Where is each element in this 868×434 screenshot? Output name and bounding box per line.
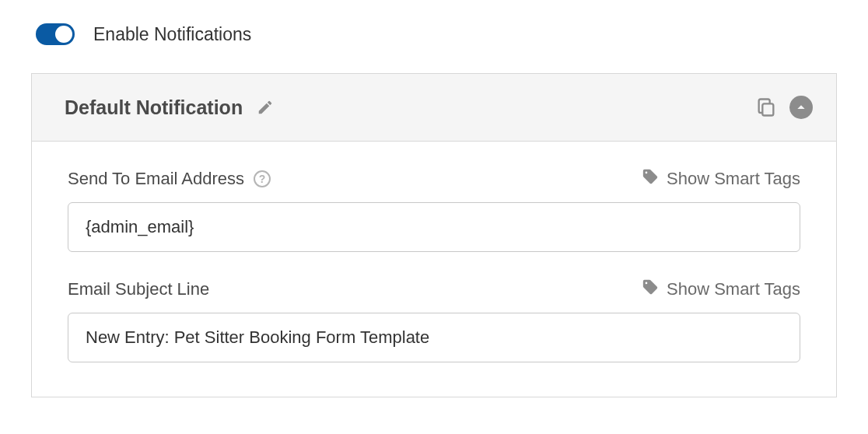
notification-panel: Default Notification Send To Email Addre… [31,73,837,397]
send-to-input[interactable] [68,202,800,252]
tag-icon [642,278,659,300]
send-to-field-row: Send To Email Address ? Show Smart Tags [68,168,800,190]
svg-rect-0 [762,103,773,115]
subject-input[interactable] [68,313,800,362]
panel-header: Default Notification [32,74,836,142]
panel-title: Default Notification [65,96,243,119]
subject-smart-tags-button[interactable]: Show Smart Tags [642,278,800,300]
edit-icon[interactable] [257,99,274,116]
tag-icon [642,168,659,190]
enable-notifications-label: Enable Notifications [93,24,251,45]
subject-field-row: Email Subject Line Show Smart Tags [68,278,800,300]
collapse-icon[interactable] [789,96,813,119]
toggle-knob [55,26,72,43]
duplicate-icon[interactable] [755,96,777,118]
subject-label: Email Subject Line [68,279,209,299]
enable-notifications-row: Enable Notifications [31,23,837,45]
send-to-field: Send To Email Address ? Show Smart Tags [68,168,800,252]
send-to-smart-tags-label: Show Smart Tags [667,169,800,189]
subject-smart-tags-label: Show Smart Tags [667,279,800,299]
subject-field: Email Subject Line Show Smart Tags [68,278,800,362]
send-to-label: Send To Email Address [68,169,244,189]
enable-notifications-toggle[interactable] [36,23,75,45]
panel-body: Send To Email Address ? Show Smart Tags … [32,142,836,397]
panel-header-actions [755,96,813,119]
send-to-smart-tags-button[interactable]: Show Smart Tags [642,168,800,190]
help-icon[interactable]: ? [254,170,271,187]
